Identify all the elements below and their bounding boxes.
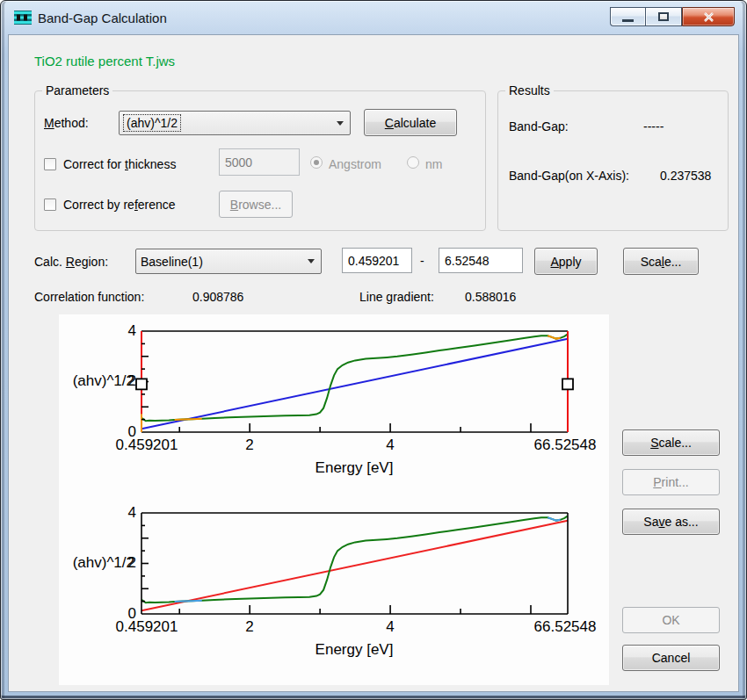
save-as-button[interactable]: Save as... xyxy=(622,509,720,535)
reference-checkbox-label[interactable]: Correct by reference xyxy=(63,198,176,212)
method-dropdown[interactable]: (ahv)^1/2 xyxy=(119,111,351,135)
maximize-icon xyxy=(658,12,669,21)
angstrom-radio[interactable] xyxy=(310,156,323,169)
parameters-group: Parameters Method: (ahv)^1/2 Calculate C… xyxy=(34,90,486,231)
region-from-input[interactable] xyxy=(342,248,412,273)
y-axis-label: (ahv)^1/2 xyxy=(64,372,134,390)
bandgap-x-axis-value: 0.237538 xyxy=(660,169,711,183)
scale-button[interactable]: Scale... xyxy=(622,429,720,456)
x-axis-label: Energy [eV] xyxy=(315,459,394,477)
thickness-checkbox[interactable] xyxy=(44,158,56,170)
method-value: (ahv)^1/2 xyxy=(124,115,180,131)
line-gradient-value: 0.588016 xyxy=(465,290,516,304)
calculate-button[interactable]: Calculate xyxy=(364,109,457,136)
minimize-button[interactable] xyxy=(610,7,645,26)
x-tick-label: 66.52548 xyxy=(534,437,597,454)
y-axis-label: (ahv)^1/2 xyxy=(64,554,134,572)
reference-checkbox[interactable] xyxy=(44,198,56,211)
x-tick-label: 2 xyxy=(245,437,253,454)
band-gap-dialog: Band-Gap Calculation TiO2 rutile percent… xyxy=(0,0,747,700)
bandgap-value: ----- xyxy=(643,119,664,134)
fit-overlap-high xyxy=(548,517,560,520)
x-tick-label: 2 xyxy=(245,618,253,636)
calc-region-dropdown[interactable]: Baseline(1) xyxy=(135,249,322,274)
x-axis-label: Energy [eV] xyxy=(315,641,394,659)
fit-overlap-low xyxy=(175,419,202,420)
minimize-icon xyxy=(622,19,634,22)
linear-fit xyxy=(141,521,568,611)
thickness-input[interactable] xyxy=(219,148,300,176)
y-tick-label: 4 xyxy=(94,504,136,522)
nm-radio[interactable] xyxy=(407,156,419,169)
x-tick-label: 4 xyxy=(386,618,394,636)
results-legend: Results xyxy=(505,83,554,97)
region-separator: - xyxy=(420,254,424,268)
calc-region-label: Calc. Region: xyxy=(34,255,108,269)
x-tick-label: 0.459201 xyxy=(116,618,178,636)
parameters-legend: Parameters xyxy=(42,83,112,97)
region-handle-right[interactable] xyxy=(562,379,573,389)
calc-region-value: Baseline(1) xyxy=(141,255,203,269)
nm-radio-label[interactable]: nm xyxy=(425,157,442,171)
close-button[interactable] xyxy=(682,7,735,26)
ok-button[interactable]: OK xyxy=(622,607,720,633)
window-title: Band-Gap Calculation xyxy=(38,11,167,25)
chart-panel: 4 2 0 (ahv)^1/2 0.459201 2 4 66.52548 En… xyxy=(59,314,609,685)
bandgap-chart-preview xyxy=(141,513,568,614)
fit-overlap-high xyxy=(548,336,560,338)
chevron-down-icon xyxy=(301,249,321,273)
window-controls xyxy=(610,7,735,26)
chevron-down-icon xyxy=(330,112,350,134)
cancel-button[interactable]: Cancel xyxy=(622,645,720,671)
print-button[interactable]: Print... xyxy=(622,469,720,495)
fit-overlap-low xyxy=(175,601,202,602)
x-tick-label: 66.52548 xyxy=(534,618,597,636)
y-tick-label: 4 xyxy=(94,322,136,340)
scale-region-button[interactable]: Scale... xyxy=(623,248,699,275)
correlation-label: Correlation function: xyxy=(34,290,144,304)
absorption-spectrum xyxy=(141,516,567,603)
maximize-button[interactable] xyxy=(645,7,682,26)
apply-button[interactable]: Apply xyxy=(534,248,598,275)
region-to-input[interactable] xyxy=(439,248,523,273)
thickness-checkbox-label[interactable]: Correct for thickness xyxy=(63,157,176,171)
x-tick-label: 4 xyxy=(386,437,394,454)
method-label: Method: xyxy=(44,116,89,130)
browse-button[interactable]: Browse... xyxy=(219,191,293,218)
x-tick-label: 0.459201 xyxy=(116,437,178,454)
bandgap-label: Band-Gap: xyxy=(509,119,569,134)
line-gradient-label: Line gradient: xyxy=(359,290,434,304)
file-label: TiO2 rutile percent T.jws xyxy=(34,54,175,69)
bandgap-x-axis-label: Band-Gap(on X-Axis): xyxy=(509,169,629,183)
region-handle-left[interactable] xyxy=(136,379,147,389)
angstrom-radio-label[interactable]: Angstrom xyxy=(329,157,381,171)
bandgap-chart-interactive[interactable] xyxy=(141,331,568,432)
close-icon xyxy=(703,12,714,22)
app-icon xyxy=(14,11,32,25)
linear-fit xyxy=(141,339,568,429)
results-group: Results Band-Gap: ----- Band-Gap(on X-Ax… xyxy=(497,90,729,231)
absorption-spectrum xyxy=(141,335,567,422)
correlation-value: 0.908786 xyxy=(192,290,243,304)
